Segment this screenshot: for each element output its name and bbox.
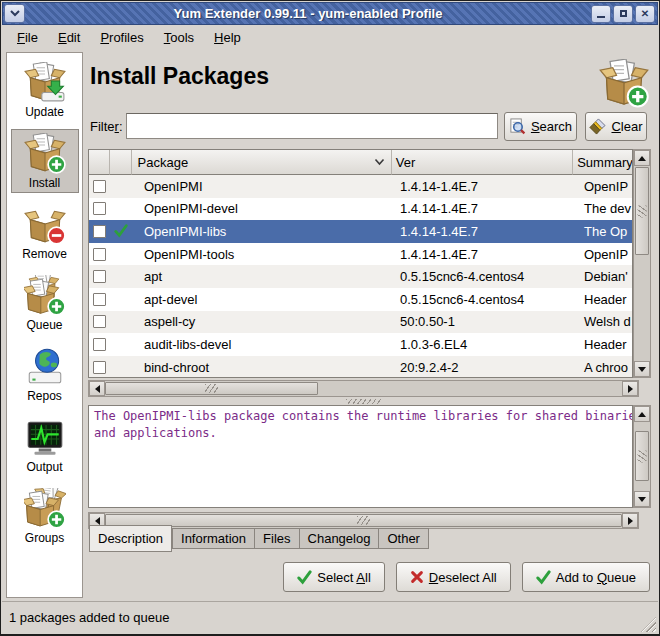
package-summary: Header xyxy=(580,337,632,352)
sidebar: Update Install Remove Queue xyxy=(6,52,83,598)
table-row[interactable]: OpenIPMI-tools 1.4.14-1.4E.7 OpenIP xyxy=(89,243,632,266)
package-ver: 0.5.15cnc6-4.centos4 xyxy=(396,292,580,307)
sidebar-item-remove[interactable]: Remove xyxy=(11,200,79,264)
scrollbar-thumb[interactable] xyxy=(635,167,649,255)
sidebar-item-label: Output xyxy=(26,460,62,474)
table-row[interactable]: audit-libs-devel 1.0.3-6.EL4 Header xyxy=(89,333,632,356)
window-menu-button[interactable] xyxy=(4,4,25,23)
app-window: Yum Extender 0.99.11 - yum-enabled Profi… xyxy=(0,0,660,636)
select-all-button[interactable]: Select All xyxy=(283,562,384,592)
arrow-up-icon xyxy=(638,412,646,417)
table-row[interactable]: bind-chroot 20:9.2.4-2 A chroo xyxy=(89,356,632,378)
action-buttons: Select All Deselect All Add to Queue xyxy=(283,562,650,592)
sidebar-item-repos[interactable]: Repos xyxy=(11,342,79,406)
row-checkbox[interactable] xyxy=(93,270,106,283)
row-checkbox[interactable] xyxy=(93,225,106,238)
menu-help[interactable]: Help xyxy=(204,27,251,48)
clear-brush-icon xyxy=(589,118,606,135)
arrow-up-icon xyxy=(638,156,646,161)
tab-files[interactable]: Files xyxy=(255,528,299,549)
column-header-ver[interactable]: Ver xyxy=(392,150,573,175)
grip-icon xyxy=(638,205,647,217)
description-textview[interactable]: The OpenIPMI-libs package contains the r… xyxy=(88,405,633,508)
sidebar-item-update[interactable]: Update xyxy=(11,58,79,122)
row-checkbox[interactable] xyxy=(93,315,106,328)
scroll-up-button[interactable] xyxy=(634,406,650,422)
tab-changelog[interactable]: Changelog xyxy=(300,528,380,549)
scrollbar-thumb[interactable] xyxy=(105,382,318,395)
search-button[interactable]: Search xyxy=(504,112,577,141)
repos-globe-icon xyxy=(24,346,66,388)
package-name: aspell-cy xyxy=(132,314,396,329)
package-name: OpenIPMI xyxy=(132,179,396,194)
package-summary: A chroo xyxy=(580,360,632,375)
sidebar-item-output[interactable]: Output xyxy=(11,413,79,477)
status-text: 1 packages added to queue xyxy=(9,610,169,625)
pane-splitter[interactable] xyxy=(88,398,639,404)
titlebar: Yum Extender 0.99.11 - yum-enabled Profi… xyxy=(2,2,658,25)
add-to-queue-button[interactable]: Add to Queue xyxy=(522,562,650,592)
description-text: The OpenIPMI-libs package contains the r… xyxy=(94,408,627,442)
tab-other[interactable]: Other xyxy=(379,528,429,549)
table-row[interactable]: aspell-cy 50:0.50-1 Welsh d xyxy=(89,311,632,334)
menu-edit[interactable]: Edit xyxy=(48,27,90,48)
scrollbar-thumb[interactable] xyxy=(635,431,649,481)
detail-tabs: Description Information Files Changelog … xyxy=(89,525,429,553)
resize-grip[interactable] xyxy=(641,617,656,632)
minimize-button[interactable] xyxy=(591,5,611,23)
sidebar-item-install[interactable]: Install xyxy=(11,129,79,193)
sidebar-item-label: Remove xyxy=(22,247,67,261)
table-row[interactable]: OpenIPMI-devel 1.4.14-1.4E.7 The dev xyxy=(89,198,632,221)
table-horizontal-scrollbar[interactable] xyxy=(88,380,639,397)
clear-button[interactable]: Clear xyxy=(585,112,647,141)
output-monitor-icon xyxy=(24,417,66,459)
table-row[interactable]: apt 0.5.15cnc6-4.centos4 Debian' xyxy=(89,265,632,288)
tab-description[interactable]: Description xyxy=(89,525,172,552)
row-checkbox[interactable] xyxy=(93,248,106,261)
arrow-left-icon xyxy=(95,385,100,393)
column-header-summary[interactable]: Summary xyxy=(573,150,632,175)
row-status xyxy=(110,224,132,238)
tab-information[interactable]: Information xyxy=(172,528,255,549)
menu-tools[interactable]: Tools xyxy=(154,27,204,48)
minimize-icon xyxy=(597,16,605,18)
close-button[interactable]: ✕ xyxy=(635,5,655,23)
column-header-checkbox[interactable] xyxy=(89,150,110,175)
row-checkbox[interactable] xyxy=(93,338,106,351)
scroll-right-button[interactable] xyxy=(622,381,638,396)
menu-profiles[interactable]: Profiles xyxy=(90,27,153,48)
row-checkbox[interactable] xyxy=(93,293,106,306)
description-vertical-scrollbar[interactable] xyxy=(633,405,651,508)
install-box-icon xyxy=(24,133,66,175)
scroll-left-button[interactable] xyxy=(89,381,105,396)
scroll-right-button[interactable] xyxy=(622,513,638,528)
package-table: Package Ver Summary OpenIPMI 1.4.14-1.4E… xyxy=(88,149,633,378)
deselect-all-button[interactable]: Deselect All xyxy=(396,562,511,592)
remove-box-icon xyxy=(24,204,66,246)
table-row-selected[interactable]: OpenIPMI-libs 1.4.14-1.4E.7 The Op xyxy=(89,220,632,243)
row-checkbox[interactable] xyxy=(93,361,106,374)
column-header-status[interactable] xyxy=(110,150,132,175)
page-title: Install Packages xyxy=(90,63,269,90)
filter-input[interactable] xyxy=(126,113,498,139)
scroll-up-button[interactable] xyxy=(634,150,650,166)
package-name: OpenIPMI-libs xyxy=(132,224,396,239)
window-title: Yum Extender 0.99.11 - yum-enabled Profi… xyxy=(25,6,591,21)
row-checkbox[interactable] xyxy=(93,180,106,193)
package-summary: Header xyxy=(580,292,632,307)
scroll-down-button[interactable] xyxy=(634,491,650,507)
package-summary: OpenIP xyxy=(580,179,632,194)
package-summary: The dev xyxy=(580,201,632,216)
package-ver: 50:0.50-1 xyxy=(396,314,580,329)
sidebar-item-groups[interactable]: Groups xyxy=(11,484,79,548)
maximize-button[interactable] xyxy=(613,5,633,23)
filter-label: Filter: xyxy=(90,119,123,134)
table-row[interactable]: OpenIPMI 1.4.14-1.4E.7 OpenIP xyxy=(89,175,632,198)
table-row[interactable]: apt-devel 0.5.15cnc6-4.centos4 Header xyxy=(89,288,632,311)
column-header-package[interactable]: Package xyxy=(132,150,392,175)
scroll-down-button[interactable] xyxy=(634,361,650,377)
row-checkbox[interactable] xyxy=(93,202,106,215)
table-vertical-scrollbar[interactable] xyxy=(633,149,651,378)
menu-file[interactable]: File xyxy=(7,27,48,48)
sidebar-item-queue[interactable]: Queue xyxy=(11,271,79,335)
